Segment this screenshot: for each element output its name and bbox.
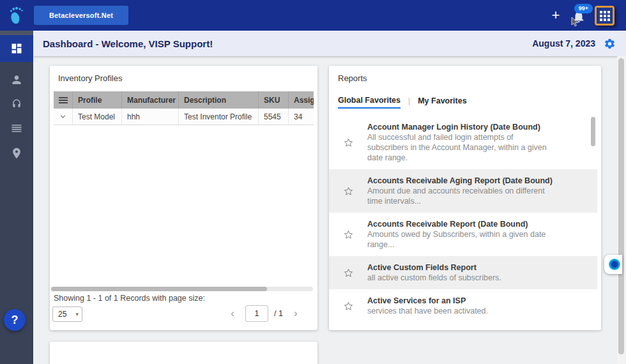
list-item[interactable]: Active Services for an ISP services that… xyxy=(329,289,597,322)
sidebar-item-support[interactable] xyxy=(0,91,33,117)
report-title: Active Services for an ISP xyxy=(367,296,554,306)
reports-list-scrollbar[interactable] xyxy=(591,117,595,146)
star-outline-icon[interactable] xyxy=(343,268,354,278)
tab-separator: | xyxy=(408,96,410,108)
column-header-manufacturer[interactable]: Manufacturer xyxy=(122,91,179,109)
star-outline-icon[interactable] xyxy=(343,186,354,197)
report-description: all active custom fields of subscribers. xyxy=(367,273,554,283)
inventory-table: Profile Manufacturer Description SKU Ass… xyxy=(54,91,314,125)
bottom-card-partial xyxy=(50,342,317,364)
column-header-description[interactable]: Description xyxy=(179,91,259,109)
settings-gear-icon[interactable] xyxy=(604,38,616,50)
star-outline-icon[interactable] xyxy=(343,137,354,148)
inventory-profiles-card: Inventory Profiles Profile Manufacturer … xyxy=(50,66,317,330)
report-description: All successful and failed login attempts… xyxy=(367,132,554,163)
table-row[interactable]: Test Model hhh Test Inventor Profile 554… xyxy=(54,109,314,125)
page-title: Dashboard - Welcome, VISP Support! xyxy=(43,38,213,49)
column-header-assigned[interactable]: Assigned xyxy=(289,91,314,109)
report-description: Amounts owed by Subscribers, within a gi… xyxy=(367,229,554,250)
hamburger-icon xyxy=(59,96,68,105)
chevron-down-icon xyxy=(59,112,67,121)
sidebar-item-locations[interactable] xyxy=(0,140,33,166)
caret-down-icon: ▾ xyxy=(75,311,79,317)
list-item[interactable]: Account Manager Login History (Date Boun… xyxy=(329,116,597,169)
horizontal-scrollbar-thumb[interactable] xyxy=(51,287,267,291)
column-header-profile[interactable]: Profile xyxy=(73,91,122,109)
person-icon xyxy=(10,73,23,86)
cell-assigned: 34 xyxy=(289,109,314,125)
table-menu-button[interactable] xyxy=(54,91,73,109)
report-title: Active Custom Fields Report xyxy=(367,262,554,273)
headset-icon xyxy=(10,98,23,110)
footprint-logo-icon xyxy=(7,5,26,26)
total-pages-label: / 1 xyxy=(274,309,283,318)
tab-global-favorites[interactable]: Global Favorites xyxy=(338,96,401,109)
list-item[interactable]: Accounts Receivable Report (Date Bound) … xyxy=(329,213,597,256)
next-page-button[interactable]: › xyxy=(291,307,301,320)
location-pin-icon xyxy=(10,147,23,160)
reports-tabs: Global Favorites | My Favorites xyxy=(338,96,467,109)
page-size-value: 25 xyxy=(58,310,66,319)
inventory-card-title: Inventory Profiles xyxy=(58,73,122,83)
brand-button[interactable]: Betacleversoft.Net xyxy=(34,6,128,25)
previous-page-button[interactable]: ‹ xyxy=(227,307,238,320)
cell-manufacturer: hhh xyxy=(122,109,179,125)
gradient-orb-icon xyxy=(609,259,620,270)
main-content: Inventory Profiles Profile Manufacturer … xyxy=(33,56,626,364)
report-description: Amount due and accounts receivables on d… xyxy=(367,186,554,206)
page-scrollbar-thumb[interactable] xyxy=(618,58,624,354)
reports-card-title: Reports xyxy=(338,73,367,83)
horizontal-scrollbar[interactable] xyxy=(51,287,313,291)
report-description: services that have been activated. xyxy=(367,306,554,316)
list-item[interactable]: Active Custom Fields Report all active c… xyxy=(329,256,597,289)
page-size-select[interactable]: 25 ▾ xyxy=(52,307,82,322)
column-header-sku[interactable]: SKU xyxy=(259,91,289,109)
star-outline-icon[interactable] xyxy=(343,301,354,312)
table-header-row: Profile Manufacturer Description SKU Ass… xyxy=(54,91,314,109)
sidebar-item-subscribers[interactable] xyxy=(0,67,33,93)
add-icon[interactable]: + xyxy=(548,8,563,23)
sidebar-item-dashboard[interactable] xyxy=(0,35,33,62)
top-bar: Betacleversoft.Net + 99+ xyxy=(0,0,626,31)
cell-profile: Test Model xyxy=(73,109,122,125)
tab-my-favorites[interactable]: My Favorites xyxy=(418,96,466,108)
notifications-button[interactable]: 99+ xyxy=(570,5,592,27)
page-number-input[interactable] xyxy=(245,305,268,322)
report-title: Account Manager Login History (Date Boun… xyxy=(367,122,554,132)
cell-sku: 5545 xyxy=(259,109,289,125)
apps-grid-icon xyxy=(600,11,610,21)
list-item[interactable]: Accounts Receivable Aging Report (Date B… xyxy=(329,169,597,213)
page-scrollbar[interactable] xyxy=(617,56,626,364)
page-header: Dashboard - Welcome, VISP Support! Augus… xyxy=(33,31,626,56)
dashboard-icon xyxy=(10,42,23,55)
sidebar-item-lists[interactable] xyxy=(0,116,33,141)
report-title: Accounts Receivable Report (Date Bound) xyxy=(367,219,554,229)
report-title: Accounts Receivable Aging Report (Date B… xyxy=(367,176,554,186)
reports-list: Account Manager Login History (Date Boun… xyxy=(329,116,597,326)
pagination: ‹ / 1 › xyxy=(227,305,310,322)
cell-description: Test Inventor Profile xyxy=(179,109,259,125)
current-date: August 7, 2023 xyxy=(532,38,595,49)
floating-side-widget[interactable] xyxy=(604,255,622,274)
row-expand-button[interactable] xyxy=(54,109,73,125)
records-summary: Showing 1 - 1 of 1 Records with page siz… xyxy=(54,294,205,303)
star-outline-icon[interactable] xyxy=(343,229,354,240)
mouse-cursor-icon xyxy=(571,17,579,27)
apps-grid-button[interactable] xyxy=(595,6,615,26)
reports-card: Reports Global Favorites | My Favorites … xyxy=(329,66,601,330)
notification-badge: 99+ xyxy=(574,4,593,13)
help-button[interactable]: ? xyxy=(4,309,26,331)
list-icon xyxy=(10,122,23,135)
